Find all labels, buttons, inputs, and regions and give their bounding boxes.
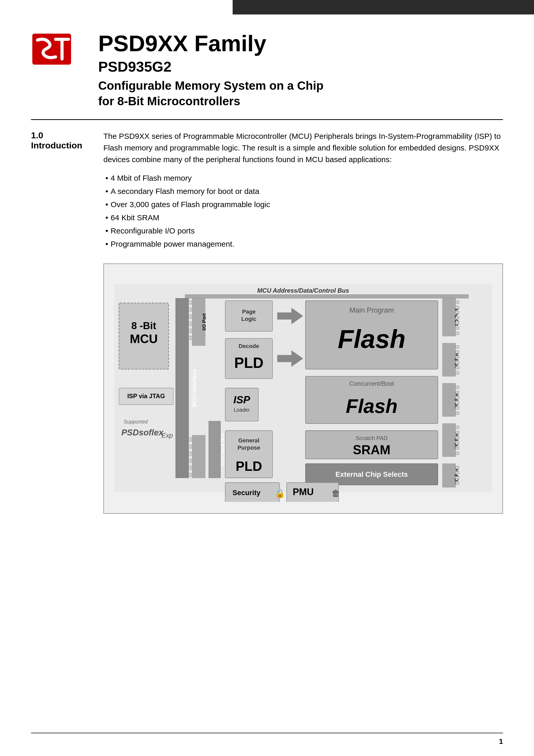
exp-label: Exp bbox=[162, 432, 173, 439]
svg-rect-41 bbox=[455, 327, 459, 330]
decode-label: Decode bbox=[239, 343, 259, 349]
mcu-interface-label: MCU Interface bbox=[191, 369, 198, 407]
svg-rect-11 bbox=[189, 315, 192, 318]
svg-rect-42 bbox=[455, 332, 459, 335]
st-logo bbox=[31, 31, 78, 72]
bullet-item: A secondary Flash memory for boot or dat… bbox=[103, 185, 503, 198]
bus-label: MCU Address/Data/Control Bus bbox=[257, 287, 349, 294]
svg-rect-63 bbox=[455, 452, 459, 455]
io-port-right-2: I/O Port bbox=[454, 351, 459, 368]
svg-rect-50 bbox=[442, 383, 455, 417]
psdsoft-label: PSDsoflex bbox=[121, 428, 164, 437]
scratch-label: Scratch PAD bbox=[356, 435, 388, 441]
svg-rect-14 bbox=[189, 336, 192, 340]
svg-rect-10 bbox=[189, 308, 192, 311]
svg-rect-49 bbox=[455, 371, 459, 374]
title-section: PSD9XX Family PSD935G2 Configurable Memo… bbox=[31, 31, 503, 109]
main-prog-label: Main Program bbox=[349, 306, 394, 314]
section-title: Introduction bbox=[31, 140, 93, 150]
svg-rect-56 bbox=[455, 412, 459, 415]
svg-rect-61 bbox=[455, 442, 459, 445]
svg-rect-7 bbox=[176, 298, 189, 478]
svg-rect-18 bbox=[189, 452, 192, 456]
bullet-item: Over 3,000 gates of Flash programmable l… bbox=[103, 198, 503, 211]
svg-rect-47 bbox=[455, 361, 459, 364]
svg-rect-22 bbox=[209, 421, 221, 478]
svg-rect-37 bbox=[455, 306, 459, 309]
svg-rect-52 bbox=[455, 391, 459, 394]
svg-rect-21 bbox=[189, 473, 192, 477]
subtitle-model: PSD935G2 bbox=[98, 58, 503, 75]
svg-rect-67 bbox=[455, 476, 459, 479]
svg-rect-40 bbox=[455, 322, 459, 324]
io-port-right-3: I/O Port bbox=[454, 392, 459, 409]
svg-rect-55 bbox=[455, 407, 459, 410]
subtitle-desc: Configurable Memory System on a Chip for… bbox=[98, 78, 503, 109]
section-label: 1.0 Introduction bbox=[31, 130, 103, 514]
svg-rect-53 bbox=[455, 396, 459, 399]
io-port-left-1: I/O Port bbox=[201, 313, 207, 331]
svg-rect-16 bbox=[189, 438, 192, 441]
feature-list: 4 Mbit of Flash memory A secondary Flash… bbox=[103, 172, 503, 251]
svg-rect-20 bbox=[189, 466, 192, 470]
svg-rect-59 bbox=[455, 431, 459, 434]
pld-label: PLD bbox=[234, 355, 263, 371]
svg-rect-54 bbox=[455, 401, 459, 404]
svg-rect-4 bbox=[185, 295, 468, 299]
pmu-label: PMU bbox=[293, 487, 313, 497]
svg-rect-39 bbox=[455, 316, 459, 319]
io-port-right-4: I/O Port bbox=[454, 432, 459, 448]
main-flash-label: Flash bbox=[338, 324, 406, 353]
svg-rect-36 bbox=[455, 301, 459, 304]
svg-rect-68 bbox=[455, 482, 459, 485]
supported-label: Supported bbox=[124, 419, 148, 424]
svg-rect-60 bbox=[455, 436, 459, 439]
section-content: The PSD9XX series of Programmable Microc… bbox=[103, 130, 503, 514]
svg-rect-66 bbox=[455, 471, 459, 474]
svg-rect-64 bbox=[442, 464, 455, 487]
svg-rect-13 bbox=[189, 329, 192, 333]
intro-section: 1.0 Introduction The PSD9XX series of Pr… bbox=[31, 130, 503, 514]
svg-rect-65 bbox=[455, 466, 459, 469]
svg-rect-48 bbox=[455, 366, 459, 369]
bullet-item: Programmable power management. bbox=[103, 237, 503, 251]
section-divider bbox=[31, 119, 503, 120]
mcu-name-label: MCU bbox=[130, 332, 158, 346]
sram-label: SRAM bbox=[353, 443, 390, 457]
main-title: PSD9XX Family bbox=[98, 31, 503, 56]
bullet-item: Reconfigurable I/O ports bbox=[103, 224, 503, 237]
section-number: 1.0 bbox=[31, 130, 93, 140]
svg-rect-58 bbox=[455, 426, 459, 429]
bullet-item: 64 Kbit SRAM bbox=[103, 211, 503, 224]
mcu-bit-label: 8 -Bit bbox=[131, 320, 156, 331]
intro-paragraph: The PSD9XX series of Programmable Microc… bbox=[103, 130, 503, 165]
page-number: 1 bbox=[499, 737, 503, 746]
svg-rect-12 bbox=[189, 322, 192, 326]
pld-input-bus-label: PLD Input Bus bbox=[220, 433, 225, 466]
boot-flash-label: Flash bbox=[346, 395, 397, 417]
svg-rect-51 bbox=[455, 386, 459, 389]
isp-label: ISP bbox=[233, 394, 250, 406]
boot-label: Concurrent/Boot bbox=[349, 380, 394, 387]
page-logic-label2: Logic bbox=[241, 316, 256, 322]
svg-rect-38 bbox=[455, 311, 459, 314]
loader-label: Loader bbox=[234, 407, 250, 413]
svg-rect-57 bbox=[442, 423, 455, 457]
ext-chip-label: External Chip Selects bbox=[335, 470, 408, 478]
gp-label2: Purpose bbox=[237, 445, 260, 451]
security-label: Security bbox=[233, 489, 261, 497]
svg-rect-46 bbox=[455, 356, 459, 359]
page-logic-label: Page bbox=[242, 309, 255, 315]
jtag-label: ISP via JTAG bbox=[127, 393, 165, 400]
pmu-icon: 🗑 bbox=[332, 488, 340, 498]
svg-rect-19 bbox=[189, 459, 192, 463]
svg-rect-9 bbox=[189, 301, 192, 304]
svg-rect-62 bbox=[455, 447, 459, 450]
page-footer: 1 bbox=[31, 733, 503, 746]
svg-rect-15 bbox=[192, 435, 205, 478]
header-bar bbox=[233, 0, 534, 14]
title-text: PSD9XX Family PSD935G2 Configurable Memo… bbox=[98, 31, 503, 109]
svg-rect-45 bbox=[455, 351, 459, 354]
gp-pld-label: PLD bbox=[236, 459, 262, 474]
svg-rect-17 bbox=[189, 445, 192, 448]
